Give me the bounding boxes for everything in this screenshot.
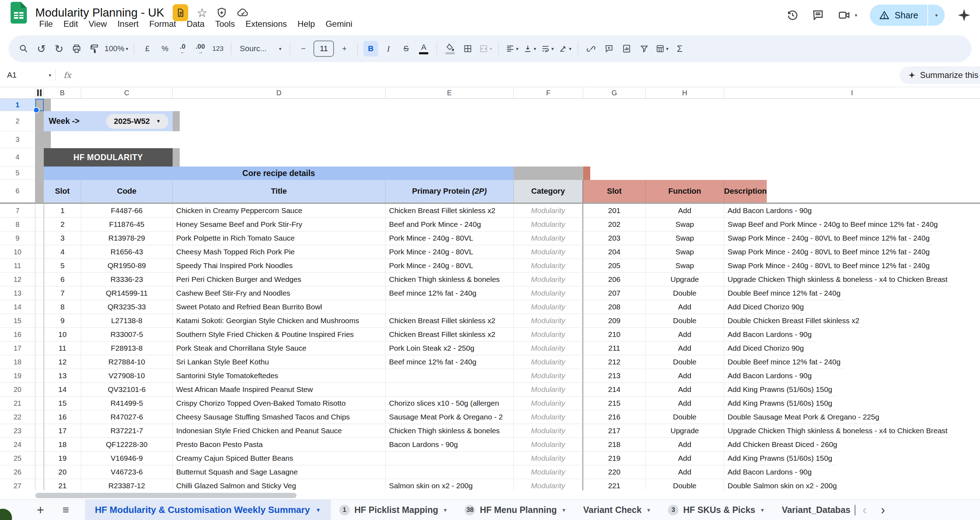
cell-right-slot[interactable]: 210 [583,328,646,341]
insert-chart-icon[interactable] [619,41,634,56]
cell-code[interactable]: F28913-8 [81,341,173,355]
cell-description[interactable]: Double Beef mince 12% fat - 240g [724,287,844,300]
cell-protein[interactable]: Bacon Lardons - 90g [385,438,514,452]
row-header[interactable]: 13 [0,287,35,300]
header-slot[interactable]: Slot [44,180,81,203]
hidden-col-cell[interactable] [35,410,44,424]
row-header[interactable]: 12 [0,273,35,287]
row-header[interactable]: 16 [0,328,35,341]
cell-protein[interactable] [385,465,514,479]
cell-function[interactable]: Add [646,452,724,465]
cell-slot[interactable]: 14 [44,383,81,396]
hidden-col-cell[interactable] [35,180,44,203]
redo-icon[interactable]: ↻ [51,41,66,56]
cell-slot[interactable]: 11 [44,341,81,355]
cell-category[interactable]: Modularity [514,465,583,479]
cell-category[interactable]: Modularity [514,479,583,490]
cell-category[interactable]: Modularity [514,438,583,452]
horizontal-align-icon[interactable]: ▾ [504,41,519,56]
row-header[interactable]: 15 [0,314,35,328]
menu-edit[interactable]: Edit [58,17,83,30]
cell-code[interactable]: R27884-10 [81,355,173,369]
cell-code[interactable]: V16946-9 [81,452,173,465]
header-function[interactable]: Function [646,180,724,203]
row-header[interactable]: 10 [0,245,35,259]
fill-color-icon[interactable] [443,41,458,56]
row-header[interactable]: 26 [0,465,35,479]
cell-code[interactable]: V27908-10 [81,369,173,383]
cell-title[interactable]: Cheesy Sausage Stuffing Smashed Tacos an… [173,410,385,424]
cell-description[interactable]: Add Bacon Lardons - 90g [724,328,815,341]
week-dropdown[interactable]: 2025-W52 ▼ [106,114,169,129]
cell-description[interactable]: Add King Prawns (51/60s) 150g [724,383,836,396]
cell-category[interactable]: Modularity [514,300,583,314]
tabs-scroll-right-icon[interactable]: › [881,504,885,517]
tab-active[interactable]: HF Modularity & Customisation Weekly Sum… [85,499,331,520]
cell-function[interactable]: Add [646,438,724,452]
row-header[interactable]: 21 [0,396,35,410]
cell-right-slot[interactable]: 221 [583,479,646,490]
cell-slot[interactable]: 6 [44,273,81,287]
column-header-C[interactable]: C [81,87,173,99]
tab-dropdown-icon[interactable]: ▼ [316,507,321,513]
text-wrap-icon[interactable]: ▾ [540,41,555,56]
row-header[interactable]: 27 [0,479,35,490]
sheet-tab[interactable]: 1HF Picklist Mapping▼ [331,499,456,520]
table-dropdown-icon[interactable]: ▾ [654,41,669,56]
undo-icon[interactable]: ↺ [34,41,49,56]
cell-function[interactable]: Swap [646,259,724,273]
cell-description[interactable]: Add King Prawns (51/60s) 150g [724,396,836,410]
row-header[interactable]: 18 [0,355,35,369]
cell-function[interactable]: Add [646,369,724,383]
hidden-col-cell[interactable] [35,204,44,218]
cell-function[interactable]: Double [646,410,724,424]
cell-description[interactable]: Add King Prawns (51/60s) 150g [724,452,836,465]
cell-right-slot[interactable]: 201 [583,204,646,218]
cell-code[interactable]: L27138-8 [81,314,173,328]
cell-function[interactable]: Upgrade [646,424,724,438]
cell-slot[interactable]: 20 [44,465,81,479]
cell-protein[interactable]: Pork Mince - 240g - 80VL [385,259,514,273]
cell-slot[interactable]: 9 [44,314,81,328]
tab-dropdown-icon[interactable]: ▼ [646,508,651,513]
cell-description[interactable]: Upgrade Chicken Thigh skinless & boneles… [724,424,951,438]
cell-title[interactable]: Speedy Thai Inspired Pork Noodles [173,259,385,273]
row-header[interactable]: 9 [0,231,35,245]
cell-code[interactable]: R13978-29 [81,231,173,245]
cell-code[interactable]: R23387-12 [81,479,173,490]
cell-right-slot[interactable]: 218 [583,438,646,452]
cell-right-slot[interactable]: 202 [583,218,646,231]
cell-gray[interactable] [514,166,583,180]
tab-dropdown-icon[interactable]: ▼ [760,508,765,513]
select-all-corner[interactable] [0,87,35,99]
cell-right-slot[interactable]: 216 [583,410,646,424]
cell-category[interactable]: Modularity [514,383,583,396]
cell-slot[interactable]: 4 [44,245,81,259]
cell-category[interactable]: Modularity [514,410,583,424]
cell-protein[interactable]: Sausage Meat Pork & Oregano - 2 [385,410,514,424]
cell-description[interactable]: Add Diced Chorizo 90g [724,341,807,355]
cell-function[interactable]: Add [646,204,724,218]
week-selector-cell[interactable]: Week -> 2025-W52 ▼ [44,111,173,131]
sheets-logo-icon[interactable] [11,2,27,24]
hidden-col-cell[interactable] [35,369,44,383]
cell-category[interactable]: Modularity [514,424,583,438]
comments-icon[interactable] [811,9,824,22]
hidden-col-cell[interactable] [35,245,44,259]
cell-code[interactable]: F11876-45 [81,218,173,231]
hidden-col-cell[interactable] [35,341,44,355]
hidden-column-indicator[interactable] [35,87,44,99]
cell-title[interactable]: Crispy Chorizo Topped Oven-Baked Tomato … [173,396,385,410]
cell-title[interactable]: Peri Peri Chicken Burger and Wedges [173,273,385,287]
cell-right-slot[interactable]: 211 [583,341,646,355]
insert-link-icon[interactable] [584,41,599,56]
header-protein[interactable]: Primary Protein (2P) [385,180,514,203]
hidden-col-cell[interactable] [35,273,44,287]
cell-title[interactable]: Chicken in Creamy Peppercorn Sauce [173,204,385,218]
row-header[interactable]: 8 [0,218,35,231]
cell-description[interactable]: Add Bacon Lardons - 90g [724,465,815,479]
cell-function[interactable]: Add [646,300,724,314]
cell-category[interactable]: Modularity [514,245,583,259]
cloud-check-icon[interactable] [236,7,250,19]
cell-category[interactable]: Modularity [514,355,583,369]
